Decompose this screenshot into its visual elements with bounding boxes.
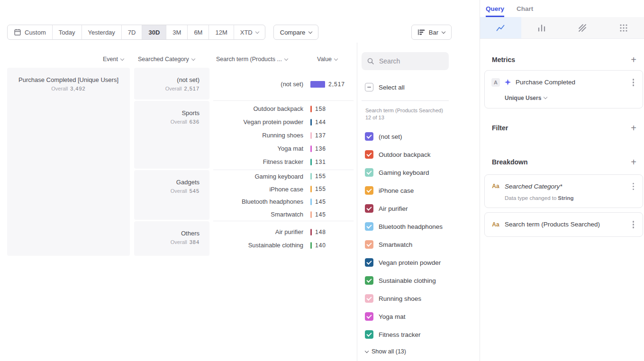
- series-checkbox-item[interactable]: Sustainable clothing: [365, 271, 480, 289]
- series-checkbox[interactable]: [365, 186, 373, 195]
- add-breakdown-button[interactable]: +: [629, 158, 638, 166]
- metric-card[interactable]: A Purchase Completed Unique Users: [484, 70, 643, 108]
- table-row[interactable]: iPhone case 155: [213, 183, 354, 196]
- series-checkbox-item[interactable]: Yoga mat: [365, 307, 480, 325]
- series-checkbox-item[interactable]: Fitness tracker: [365, 325, 480, 343]
- event-cell[interactable]: Purchase Completed [Unique Users] Overal…: [7, 68, 130, 256]
- category-overall: Overall384: [134, 239, 200, 245]
- category-cell[interactable]: Gadgets Overall545: [134, 170, 209, 220]
- table-row[interactable]: (not set) 2,517: [213, 78, 354, 91]
- search-input[interactable]: [378, 57, 440, 65]
- table-row[interactable]: Yoga mat 136: [213, 142, 354, 155]
- table-row[interactable]: Vegan protein powder 144: [213, 116, 354, 129]
- chart-type-button[interactable]: Bar: [411, 25, 452, 40]
- category-cell[interactable]: (not set) Overall2,517: [134, 68, 209, 99]
- list-caption: Search term (Products Searched) 12 of 13: [362, 107, 450, 121]
- custom-date-button[interactable]: Custom: [8, 25, 52, 39]
- value-label: 145: [315, 199, 326, 205]
- add-metric-button[interactable]: +: [629, 55, 638, 64]
- table-row[interactable]: Sustainable clothing 140: [213, 239, 354, 252]
- value-bar: [310, 159, 312, 165]
- series-label: Sustainable clothing: [379, 277, 436, 284]
- add-filter-button[interactable]: +: [629, 124, 638, 132]
- range-12m-button[interactable]: 12M: [209, 25, 233, 39]
- tab-bar-chart[interactable]: [521, 17, 562, 38]
- range-6m-button[interactable]: 6M: [187, 25, 209, 39]
- breakdown-card[interactable]: Aa Search term (Products Searched): [484, 212, 643, 237]
- series-checkbox-item[interactable]: Gaming keyboard: [365, 163, 480, 181]
- search-term-label: Gaming keyboard: [213, 173, 303, 180]
- tab-chart[interactable]: Chart: [517, 5, 533, 17]
- series-checkbox-item[interactable]: Outdoor backpack: [365, 145, 480, 163]
- series-checkbox[interactable]: [365, 222, 373, 231]
- value-bar: [310, 81, 325, 88]
- show-all-label: Show all (13): [372, 348, 406, 355]
- category-cell[interactable]: Sports Overall636: [134, 101, 209, 169]
- tab-retention-chart[interactable]: [562, 17, 603, 38]
- kebab-menu-icon[interactable]: [631, 181, 636, 192]
- table-row[interactable]: Smartwatch 145: [213, 208, 354, 221]
- metric-name: Purchase Completed: [516, 79, 575, 86]
- series-checkbox-item[interactable]: (not set): [365, 127, 480, 145]
- column-header-category[interactable]: Searched Category: [134, 56, 209, 63]
- value-bar: [310, 229, 312, 235]
- series-checkbox-item[interactable]: Air purifier: [365, 199, 480, 217]
- compare-button[interactable]: Compare: [273, 25, 318, 40]
- breakdown-property-name: Searched Category*: [505, 183, 562, 190]
- range-30d-button[interactable]: 30D: [142, 25, 166, 39]
- table-row[interactable]: Fitness tracker 131: [213, 155, 354, 169]
- series-checkbox-item[interactable]: Running shoes: [365, 289, 480, 307]
- series-checkbox-item[interactable]: Vegan protein powder: [365, 253, 480, 271]
- series-checkbox[interactable]: [365, 294, 373, 303]
- range-7d-button[interactable]: 7D: [121, 25, 142, 39]
- series-checkbox[interactable]: [365, 168, 373, 177]
- tab-line-chart[interactable]: [480, 17, 521, 38]
- range-today-button[interactable]: Today: [52, 25, 82, 39]
- range-yesterday-button[interactable]: Yesterday: [82, 25, 121, 39]
- table-row[interactable]: Air purifier 148: [213, 226, 354, 239]
- series-checkbox[interactable]: [365, 258, 373, 267]
- breakdown-table: Event Searched Category Search term (Pro…: [0, 43, 357, 361]
- category-overall: Overall2,517: [134, 86, 200, 91]
- range-xtd-button[interactable]: XTD: [234, 25, 265, 39]
- table-row[interactable]: Outdoor backpack 158: [213, 102, 354, 116]
- series-checkbox[interactable]: [365, 240, 373, 249]
- show-all-button[interactable]: Show all (13): [362, 344, 480, 359]
- series-label: Vegan protein powder: [379, 259, 441, 266]
- table-row[interactable]: Running shoes 137: [213, 129, 354, 142]
- series-checkbox-item[interactable]: iPhone case: [365, 181, 480, 199]
- series-checkbox[interactable]: [365, 330, 373, 339]
- tab-metric-grid[interactable]: [603, 17, 644, 38]
- term-group: Outdoor backpack 158 Vegan protein powde…: [213, 101, 354, 170]
- filter-section-header: Filter +: [492, 124, 638, 132]
- column-header-term[interactable]: Search term (Products ... Value: [213, 56, 354, 63]
- table-row[interactable]: Bluetooth headphones 145: [213, 196, 354, 208]
- range-3m-button[interactable]: 3M: [166, 25, 187, 39]
- category-cell[interactable]: Others Overall384: [134, 221, 209, 256]
- column-header-value[interactable]: Value: [317, 56, 337, 63]
- search-term-label: Vegan protein powder: [213, 118, 303, 126]
- series-checkbox[interactable]: [365, 204, 373, 213]
- measure-dropdown[interactable]: Unique Users: [505, 95, 547, 101]
- series-checkbox[interactable]: [365, 132, 373, 141]
- kebab-menu-icon[interactable]: [631, 219, 636, 230]
- sidebar-tabs: Query Chart: [480, 0, 644, 17]
- select-all-checkbox[interactable]: [365, 83, 373, 91]
- kebab-menu-icon[interactable]: [631, 77, 636, 88]
- series-checkbox[interactable]: [365, 150, 373, 159]
- table-row[interactable]: Gaming keyboard 155: [213, 170, 354, 183]
- series-checkbox-item[interactable]: Bluetooth headphones: [365, 217, 480, 235]
- column-header-event[interactable]: Event: [7, 56, 130, 63]
- search-box[interactable]: [362, 52, 449, 70]
- series-checkbox-item[interactable]: Smartwatch: [365, 235, 480, 253]
- measure-label: Unique Users: [505, 95, 541, 101]
- series-checkbox[interactable]: [365, 312, 373, 321]
- breakdown-note: Data type changed toString: [491, 195, 636, 201]
- table-body: Purchase Completed [Unique Users] Overal…: [7, 68, 357, 256]
- tab-query[interactable]: Query: [486, 5, 504, 17]
- series-checkbox[interactable]: [365, 276, 373, 285]
- select-all-row[interactable]: Select all: [362, 81, 480, 93]
- series-label: Yoga mat: [379, 313, 406, 320]
- breakdown-card[interactable]: Aa Searched Category* Data type changed …: [484, 174, 643, 208]
- value-label: 145: [315, 211, 326, 218]
